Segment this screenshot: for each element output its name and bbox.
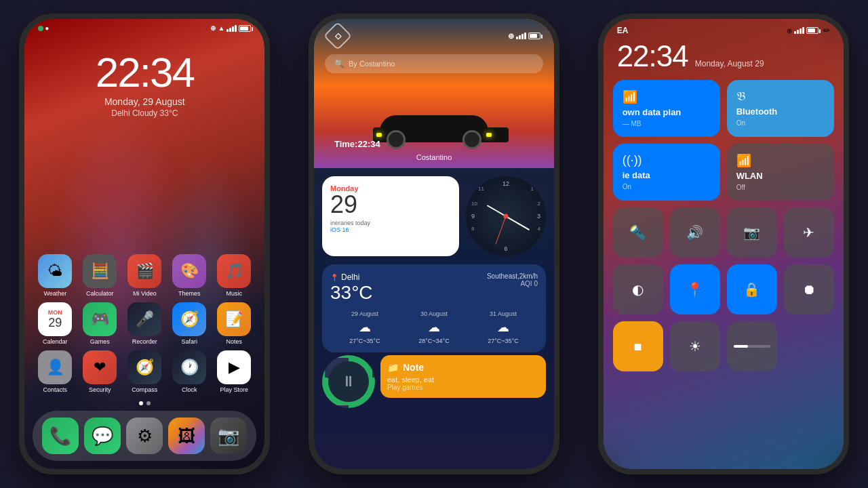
security-icon: ❤ — [83, 350, 117, 384]
app-playstore[interactable]: ▶ Play Store — [214, 350, 254, 393]
diamond-icon: ◇ — [334, 31, 340, 41]
forecast-temps-2: 27°C~35°C — [488, 338, 518, 344]
cc-tile-mobile[interactable]: ((·)) ie data On — [613, 144, 720, 201]
phone1-apps-row3: 👤 Contacts ❤ Security 🧭 Compass 🕐 Clock … — [24, 350, 264, 399]
bluetooth-sub: On — [736, 119, 825, 127]
cc-sound[interactable]: 🔊 — [670, 207, 720, 258]
data-plan-title: own data plan — [623, 107, 711, 117]
page-indicators — [24, 399, 264, 408]
mivideo-icon: 🎬 — [127, 254, 161, 288]
app-clock[interactable]: 🕐 Clock — [170, 350, 209, 393]
app-games[interactable]: 🎮 Games — [80, 302, 119, 345]
dock-camera[interactable]: 📷 — [210, 418, 247, 454]
cc-tile-data[interactable]: 📶 own data plan — MB — [613, 80, 720, 137]
status-left: ● — [38, 24, 49, 32]
note-header: 📁 Note — [387, 362, 539, 373]
status-right-icons: ⊕ ▲ — [210, 24, 251, 32]
forecast-icon-1: ☁ — [418, 320, 449, 335]
diamond-btn[interactable]: ◇ — [323, 22, 352, 50]
dock-messages[interactable]: 💬 — [84, 418, 121, 454]
note-folder-icon: 📁 — [387, 362, 399, 373]
p3-bar4 — [802, 27, 804, 34]
edit-icon[interactable]: ✏ — [823, 26, 830, 35]
dock-photos[interactable]: 🖼 — [168, 418, 205, 454]
phone3-status-bar: EA ⊕ ✏ — [613, 19, 834, 39]
timer-circle[interactable]: ⏸ — [322, 355, 375, 408]
cc-screen-record[interactable]: ⏺ — [784, 264, 834, 314]
app-compass[interactable]: 🧭 Compass — [125, 350, 164, 393]
search-bar[interactable]: 🔍 By Costantino — [325, 54, 543, 73]
bluetooth-tile-icon: 𝔅 — [736, 89, 825, 104]
playstore-icon: ▶ — [217, 350, 251, 384]
games-icon: 🎮 — [83, 302, 117, 336]
app-safari[interactable]: 🧭 Safari — [170, 302, 209, 345]
forecast-date-2: 31 August — [488, 310, 518, 317]
dot-2 — [146, 401, 151, 405]
location-pin-icon: 📍 — [330, 274, 338, 281]
weather-icon: 🌤 — [38, 254, 72, 288]
app-notes[interactable]: 📝 Notes — [214, 302, 254, 345]
cal-tag: iOS 16 — [330, 226, 451, 233]
recorder-label: Recorder — [132, 338, 157, 345]
cc-shortcut[interactable]: ■ — [613, 321, 663, 371]
app-recorder[interactable]: 🎤 Recorder — [125, 302, 164, 345]
cc-flashlight[interactable]: 🔦 — [613, 207, 663, 258]
phone1-frame: ● ⊕ ▲ 22:34 Monday, 29 August Delhi — [19, 14, 270, 474]
compass-icon: 🧭 — [127, 350, 161, 384]
weather-widget[interactable]: 📍 Delhi 33°C Southeast,2km/h AQI 0 29 — [322, 264, 546, 352]
cc-tiles-grid: 📶 own data plan — MB 𝔅 Bluetooth On ((·)… — [613, 80, 834, 201]
clock-4: 4 — [538, 226, 540, 232]
phone3-screen: EA ⊕ ✏ — [604, 19, 844, 469]
cc-airplane[interactable]: ✈ — [784, 207, 834, 258]
music-icon: 🎵 — [217, 254, 251, 288]
compass-label: Compass — [132, 386, 157, 393]
forecast-icon-0: ☁ — [349, 320, 380, 335]
note-title: Note — [403, 362, 424, 373]
clock-3: 3 — [537, 213, 540, 220]
cc-dark-mode[interactable]: ◐ — [613, 264, 663, 314]
app-calendar[interactable]: MON 29 Calendar — [35, 302, 75, 345]
dock-settings[interactable]: ⚙ — [126, 418, 163, 454]
weather-right: Southeast,2km/h AQI 0 — [487, 272, 538, 287]
cc-rotation-lock[interactable]: 🔒 — [727, 264, 777, 314]
clock-6: 6 — [504, 245, 507, 252]
p2-signal — [516, 33, 526, 39]
forecast-icon-2: ☁ — [488, 320, 518, 335]
data-plan-sub: — MB — [623, 120, 711, 127]
phone2-status-bar: ◇ ⊕ — [314, 19, 554, 49]
cc-brightness-slider[interactable] — [727, 321, 777, 371]
app-contacts[interactable]: 👤 Contacts — [35, 350, 75, 393]
phone1-apps-row1: 🌤 Weather 🧮 Calculator 🎬 Mi Video 🎨 Them… — [24, 243, 264, 302]
brightness-track — [734, 345, 770, 348]
phone1-clock: 22:34 — [24, 48, 264, 96]
cc-tile-bluetooth[interactable]: 𝔅 Bluetooth On — [727, 80, 834, 137]
calendar-icon: MON 29 — [38, 302, 72, 336]
forecast-30: 30 August ☁ 28°C~34°C — [418, 310, 449, 344]
cc-location[interactable]: 📍 — [670, 264, 720, 314]
cc-camera[interactable]: 📷 — [727, 207, 777, 258]
carrier-name: EA — [617, 26, 629, 35]
search-placeholder: By Costantino — [349, 60, 395, 68]
notes-icon: 📝 — [217, 302, 251, 336]
cc-tile-wlan[interactable]: 📶 WLAN Off — [727, 144, 834, 201]
clock-icon: 🕐 — [172, 350, 206, 384]
app-security[interactable]: ❤ Security — [80, 350, 119, 393]
minute-hand — [506, 216, 530, 230]
app-themes[interactable]: 🎨 Themes — [170, 254, 209, 297]
calendar-widget[interactable]: Monday 29 ineraries today iOS 16 — [322, 176, 459, 256]
app-weather[interactable]: 🌤 Weather — [35, 254, 75, 297]
cal-info: ineraries today — [330, 220, 451, 226]
phone1-status-bar: ● ⊕ ▲ — [24, 19, 264, 35]
app-mivideo[interactable]: 🎬 Mi Video — [125, 254, 164, 297]
app-calculator[interactable]: 🧮 Calculator — [80, 254, 119, 297]
phone1-weather: Delhi Cloudy 33°C — [24, 108, 264, 118]
cc-date: Monday, August 29 — [695, 59, 764, 68]
clock-11: 11 — [478, 186, 484, 192]
app-music[interactable]: 🎵 Music — [214, 254, 254, 297]
calculator-icon: 🧮 — [83, 254, 117, 288]
p2-bt-icon: ⊕ — [508, 32, 514, 41]
cc-brightness[interactable]: ☀ — [670, 321, 720, 371]
p3-battery — [806, 27, 818, 34]
dock-phone[interactable]: 📞 — [42, 418, 79, 454]
note-card[interactable]: 📁 Note eat, sleep, eat Play games — [380, 355, 546, 398]
